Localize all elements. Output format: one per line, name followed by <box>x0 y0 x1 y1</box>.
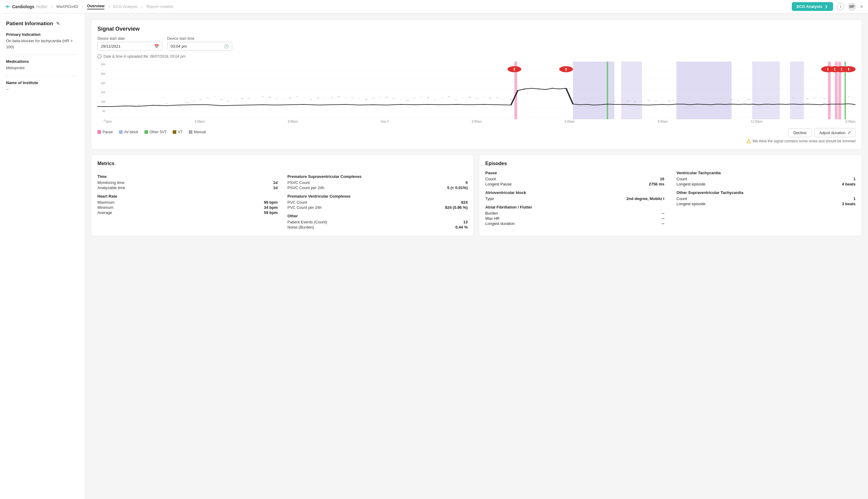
svg-point-66 <box>441 98 443 98</box>
episodes-title: Episodes <box>485 161 856 166</box>
medications-label: Medications <box>6 59 78 64</box>
svt-label: Other SVT <box>150 130 167 134</box>
svg-point-74 <box>496 97 498 98</box>
info-button[interactable]: i <box>837 3 844 10</box>
svg-point-36 <box>235 100 236 101</box>
svg-point-70 <box>468 97 471 98</box>
edit-icon[interactable]: ✎ <box>56 21 60 26</box>
pause-dot <box>97 130 101 134</box>
content-area: Signal Overview Device start date 📅 Devi… <box>85 13 868 499</box>
manual-dot <box>189 130 193 134</box>
svg-point-24 <box>152 104 153 105</box>
svg-text:!: ! <box>565 68 567 71</box>
xlabel-3am: 3:00am <box>472 120 482 123</box>
time-section-label: Time <box>97 174 278 179</box>
svg-point-23 <box>145 107 147 108</box>
time-field-group: Device start time 🕐 <box>167 36 232 51</box>
vt-longest-row: Longest episode 4 beats <box>676 182 856 187</box>
svg-rect-10 <box>621 62 642 119</box>
metrics-left-col: Time Monitoring time 1d Analyzable time … <box>97 171 278 230</box>
crumb-record[interactable]: MwXRGv4D <box>57 4 78 9</box>
svg-point-103 <box>813 98 815 99</box>
date-input-wrapper[interactable]: 📅 <box>97 42 162 51</box>
svg-point-94 <box>668 100 671 102</box>
calendar-icon: 📅 <box>154 44 159 49</box>
decline-button[interactable]: Decline <box>788 129 811 137</box>
svg-point-46 <box>304 97 305 98</box>
hr-section-label: Heart Rate <box>97 194 278 198</box>
svg-point-29 <box>186 102 188 103</box>
xlabel-3pm: 3:00pm <box>845 120 856 123</box>
topnav-right: ECG Analysis i MF × <box>792 2 863 11</box>
svt-count-row: Count 1 <box>676 196 856 201</box>
svg-point-32 <box>207 98 209 99</box>
svg-text:!: ! <box>847 68 850 71</box>
svg-point-37 <box>241 98 243 99</box>
svg-text:!: ! <box>748 141 749 143</box>
svg-point-35 <box>227 101 230 102</box>
svg-point-57 <box>379 96 381 97</box>
time-input-wrapper[interactable]: 🕐 <box>167 42 232 51</box>
episodes-card: Episodes Pause Count 16 Longest Pause <box>479 155 862 236</box>
ecg-analysis-button[interactable]: ECG Analysis <box>792 2 833 11</box>
date-field-group: Device start date 📅 <box>97 36 162 51</box>
primary-indication-label: Primary Indication <box>6 32 78 37</box>
svg-point-75 <box>503 98 505 99</box>
product-text: Holter <box>36 4 47 9</box>
crumb-overview[interactable]: Overview <box>87 4 105 9</box>
pvc-per24-row: PVC Count per 24h 824 (0.96 %) <box>288 205 468 210</box>
svg-point-105 <box>823 98 826 99</box>
svg-point-30 <box>193 101 195 102</box>
crumb-report[interactable]: Report creation <box>147 4 174 9</box>
svg-point-83 <box>559 88 560 89</box>
svg-point-97 <box>737 100 739 101</box>
svg-point-67 <box>448 96 450 97</box>
longest-pause-row: Longest Pause 2756 ms <box>485 182 664 187</box>
adjust-duration-button[interactable]: Adjust duration ⤢ <box>815 128 856 137</box>
primary-indication-section: Primary Indication On beta-blocker for t… <box>6 32 78 50</box>
logo-icon <box>5 4 10 9</box>
metrics-right-col: Premature Supraventricular Complexes PSV… <box>288 171 468 230</box>
xlabel-9am: 9:00am <box>658 120 668 123</box>
x-axis-labels: bpm 6:00pm 9:00pm Day 2 3:00am 6:00am 9:… <box>97 120 856 123</box>
warning-icon: ! <box>747 139 751 143</box>
medications-value: Metoprolol <box>6 65 78 71</box>
sep1: › <box>51 4 52 9</box>
svg-point-44 <box>289 97 292 99</box>
svg-point-58 <box>386 97 388 98</box>
medications-section: Medications Metoprolol <box>6 59 78 71</box>
vt-dot <box>173 130 176 134</box>
max-hr-row: Maximum 99 bpm <box>97 200 278 205</box>
close-button[interactable]: × <box>860 4 863 9</box>
svg-point-98 <box>745 101 746 101</box>
xlabel-6am: 6:00am <box>564 120 575 123</box>
pause-section: Pause Count 16 Longest Pause 2756 ms <box>485 171 664 187</box>
svg-point-72 <box>482 96 484 97</box>
patient-info-label: Patient Information <box>6 21 53 27</box>
svg-point-68 <box>455 99 457 100</box>
svg-point-101 <box>800 97 801 98</box>
chart-with-yaxis: 300250200150100500 <box>97 62 856 119</box>
pvc-count-row: PVC Count 824 <box>288 200 468 205</box>
sidebar-title: Patient Information ✎ <box>6 21 78 27</box>
time-label: Device start time <box>167 36 232 41</box>
svg-point-100 <box>792 98 795 99</box>
institute-section: Name of Institute -- <box>6 81 78 92</box>
legend-svt: Other SVT <box>145 130 167 134</box>
time-input[interactable] <box>171 44 222 49</box>
noise-warning-text: We think the signal contains some noise … <box>753 139 856 143</box>
crumb-ecg[interactable]: ECG Analysis <box>113 4 137 9</box>
svg-point-92 <box>655 101 657 102</box>
min-hr-row: Minimum 34 bpm <box>97 205 278 210</box>
date-input[interactable] <box>101 44 152 49</box>
svg-point-96 <box>730 99 733 100</box>
divider-1 <box>6 54 78 55</box>
svg-point-54 <box>359 98 360 99</box>
sep4: › <box>141 4 143 9</box>
svg-point-38 <box>248 98 250 99</box>
legend-row: Pause AV block Other SVT VT <box>97 130 206 134</box>
sep2: › <box>82 4 83 9</box>
svg-point-77 <box>517 86 519 86</box>
svg-point-39 <box>255 99 257 100</box>
xlabel-day2: Day 2 <box>381 120 389 123</box>
